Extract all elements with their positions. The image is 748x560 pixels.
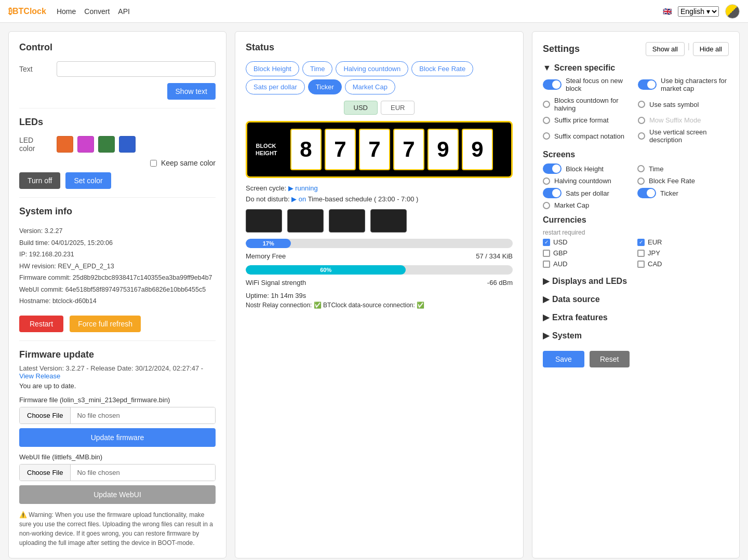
tab-block-height[interactable]: Block Height: [246, 61, 299, 76]
currency-jpy-checkbox[interactable]: [637, 250, 645, 257]
steal-focus-toggle[interactable]: [543, 79, 562, 90]
currencies-grid: ✓ USD ✓ EUR GBP JPY AUD: [543, 238, 729, 268]
digit-5: 9: [462, 129, 493, 170]
restart-required: restart required: [543, 229, 729, 236]
leds-title: LEDs: [19, 117, 216, 128]
screen-cycle-row: Screen cycle: ▶ running: [246, 184, 513, 192]
data-source-title[interactable]: ▶ Data source: [543, 292, 729, 306]
tab-ticker[interactable]: Ticker: [308, 79, 342, 94]
sysinfo-title: System info: [19, 206, 216, 217]
tab-time[interactable]: Time: [302, 61, 332, 76]
nav-home[interactable]: Home: [57, 7, 76, 16]
language-select[interactable]: English ▾: [678, 6, 719, 17]
use-vertical-radio[interactable]: [638, 132, 645, 140]
blocks-countdown-label: Blocks countdown for halving: [554, 97, 634, 112]
hide-all-button[interactable]: Hide all: [693, 42, 729, 56]
webui-file-row: Choose File No file chosen: [19, 464, 216, 481]
dnd-label: Do not disturb:: [246, 195, 290, 203]
nav-api[interactable]: API: [118, 7, 130, 16]
nav-brand: ₿BTClock: [8, 7, 46, 16]
system-title[interactable]: ▶ System: [543, 329, 729, 343]
led-swatch-orange[interactable]: [57, 136, 73, 153]
theme-toggle[interactable]: [725, 4, 740, 19]
use-sats-symbol-radio[interactable]: [638, 101, 645, 108]
view-release-link[interactable]: View Release: [19, 372, 60, 380]
tab-halving[interactable]: Halving countdown: [336, 61, 408, 76]
show-text-button[interactable]: Show text: [167, 83, 216, 100]
show-all-button[interactable]: Show all: [646, 42, 685, 56]
text-label: Text: [19, 65, 50, 73]
screen-fee-rate-radio[interactable]: [637, 177, 645, 185]
screen-specific-heading[interactable]: ▼ Screen specific: [543, 63, 729, 73]
dnd-status[interactable]: ▶ on: [291, 195, 306, 203]
brand-btc: ₿: [8, 7, 12, 16]
settings-panel: Settings Show all | Hide all ▼ Screen sp…: [532, 31, 740, 558]
screen-sats-toggle[interactable]: [543, 188, 562, 198]
currency-usd-checkbox[interactable]: ✓: [543, 239, 550, 246]
text-input[interactable]: [57, 61, 216, 77]
tab-market-cap[interactable]: Market Cap: [345, 79, 395, 94]
block-display-label: BLOCKHEIGHT: [256, 142, 276, 157]
chevron-right-icon-3: ▶: [543, 312, 549, 322]
currency-eur-item: ✓ EUR: [637, 238, 729, 246]
screen-cycle-status[interactable]: ▶ running: [288, 184, 318, 192]
screen-market-cap-radio[interactable]: [543, 202, 550, 209]
blocks-countdown-radio[interactable]: [543, 101, 550, 108]
screen-halving-radio[interactable]: [543, 177, 550, 185]
currency-usd[interactable]: USD: [344, 101, 378, 115]
screen-time-radio[interactable]: [637, 165, 645, 172]
restart-button[interactable]: Restart: [19, 316, 63, 332]
force-refresh-button[interactable]: Force full refresh: [70, 316, 141, 332]
currency-eur[interactable]: EUR: [381, 101, 415, 115]
wifi-label-row: WiFi Signal strength -66 dBm: [246, 279, 513, 286]
suffix-compact-radio[interactable]: [543, 132, 550, 140]
wifi-bar-wrap: 60%: [246, 265, 513, 275]
wifi-section: 60% WiFi Signal strength -66 dBm: [246, 265, 513, 286]
screen-block-height: Block Height: [543, 163, 634, 174]
status-tabs: Block Height Time Halving countdown Bloc…: [246, 61, 513, 94]
screen-block-height-toggle[interactable]: [543, 163, 562, 174]
suffix-price-radio[interactable]: [543, 117, 550, 124]
mow-suffix-label: Mow Suffix Mode: [649, 116, 701, 124]
use-big-chars-toggle[interactable]: [638, 79, 657, 90]
update-webui-button[interactable]: Update WebUI: [19, 485, 216, 504]
currency-aud-checkbox[interactable]: [543, 261, 550, 268]
digit-1: 7: [325, 129, 356, 170]
tab-block-fee-rate[interactable]: Block Fee Rate: [411, 61, 473, 76]
mow-suffix-radio[interactable]: [638, 117, 645, 124]
currencies-section: Currencies restart required ✓ USD ✓ EUR …: [543, 215, 729, 268]
sysinfo-build: Build time: 04/01/2025, 15:20:06: [19, 237, 216, 249]
update-firmware-button[interactable]: Update firmware: [19, 428, 216, 447]
led-swatch-green[interactable]: [98, 136, 115, 153]
extra-features-title[interactable]: ▶ Extra features: [543, 310, 729, 324]
mini-screen-2: [329, 209, 365, 233]
currency-usd-item: ✓ USD: [543, 238, 634, 246]
displays-leds-title[interactable]: ▶ Displays and LEDs: [543, 274, 729, 288]
set-color-button[interactable]: Set color: [65, 172, 111, 189]
tab-sats-per-dollar[interactable]: Sats per dollar: [246, 79, 305, 94]
keep-same-color-checkbox[interactable]: [150, 160, 157, 167]
block-display: BLOCKHEIGHT 8 7 7 7 9 9: [246, 121, 513, 178]
main-layout: Control Text Show text LEDs LED color Ke…: [0, 23, 748, 560]
currency-cad-checkbox[interactable]: [637, 261, 645, 268]
screen-cycle-label: Screen cycle:: [246, 184, 286, 192]
save-button[interactable]: Save: [543, 351, 584, 367]
text-row: Text: [19, 61, 216, 77]
screen-specific-toggles: Steal focus on new block Use big charact…: [543, 77, 729, 144]
reset-button[interactable]: Reset: [590, 351, 630, 367]
currency-gbp-item: GBP: [543, 249, 634, 257]
screen-ticker-toggle[interactable]: [637, 188, 656, 198]
nav-convert[interactable]: Convert: [84, 7, 110, 16]
led-swatch-purple[interactable]: [77, 136, 94, 153]
choose-file-btn-1[interactable]: Choose File: [20, 407, 71, 424]
divider-3: [19, 340, 216, 341]
nav-links: Home Convert API: [57, 7, 130, 16]
choose-file-btn-2[interactable]: Choose File: [20, 465, 71, 481]
currency-gbp-checkbox[interactable]: [543, 250, 550, 257]
system-section: ▶ System: [543, 329, 729, 343]
turn-off-button[interactable]: Turn off: [19, 172, 60, 189]
currency-eur-checkbox[interactable]: ✓: [637, 239, 645, 246]
led-swatch-blue[interactable]: [119, 136, 136, 153]
led-color-row: LED color: [19, 136, 216, 153]
led-swatches: [57, 136, 136, 153]
